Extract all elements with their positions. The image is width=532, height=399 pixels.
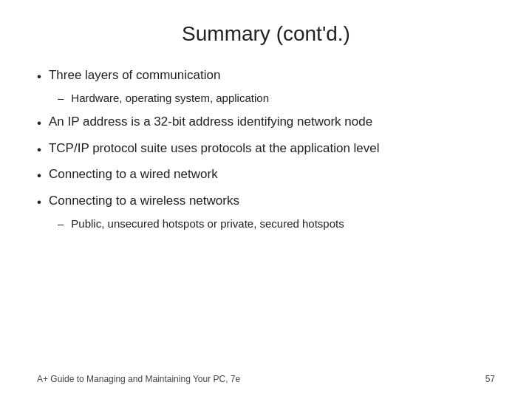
sub-item-1-1: – Hardware, operating system, applicatio… xyxy=(58,90,495,106)
bullet-text-4: Connecting to a wired network xyxy=(49,166,218,183)
bullet-item-5: • Connecting to a wireless networks xyxy=(37,192,495,211)
bullet-group-1: • Three layers of communication – Hardwa… xyxy=(37,66,495,106)
sub-text-1-1: Hardware, operating system, application xyxy=(71,90,269,106)
slide-content: • Three layers of communication – Hardwa… xyxy=(37,66,495,366)
bullet-dot-4: • xyxy=(37,167,41,185)
bullet-item-3: • TCP/IP protocol suite uses protocols a… xyxy=(37,140,495,159)
bullet-dot-5: • xyxy=(37,194,41,211)
footer-left: A+ Guide to Managing and Maintaining You… xyxy=(37,374,240,384)
bullet-item-4: • Connecting to a wired network xyxy=(37,166,495,185)
slide-title: Summary (cont'd.) xyxy=(37,22,495,46)
sub-item-5-1: – Public, unsecured hotspots or private,… xyxy=(58,216,495,231)
bullet-dot-3: • xyxy=(37,141,41,159)
bullet-group-5: • Connecting to a wireless networks – Pu… xyxy=(37,192,495,231)
bullet-text-1: Three layers of communication xyxy=(49,66,220,84)
slide-footer: A+ Guide to Managing and Maintaining You… xyxy=(37,366,495,384)
bullet-item-1: • Three layers of communication xyxy=(37,66,495,86)
sub-dash-1-1: – xyxy=(58,90,64,106)
bullet-dot-2: • xyxy=(37,115,41,132)
slide: Summary (cont'd.) • Three layers of comm… xyxy=(0,0,532,399)
bullet-text-5: Connecting to a wireless networks xyxy=(49,192,239,210)
footer-right: 57 xyxy=(485,374,495,384)
bullet-dot-1: • xyxy=(37,68,41,86)
bullet-text-3: TCP/IP protocol suite uses protocols at … xyxy=(49,140,380,157)
sub-text-5-1: Public, unsecured hotspots or private, s… xyxy=(71,216,344,231)
bullet-text-2: An IP address is a 32-bit address identi… xyxy=(49,113,372,131)
bullet-item-2: • An IP address is a 32-bit address iden… xyxy=(37,113,495,132)
sub-dash-5-1: – xyxy=(58,216,64,231)
